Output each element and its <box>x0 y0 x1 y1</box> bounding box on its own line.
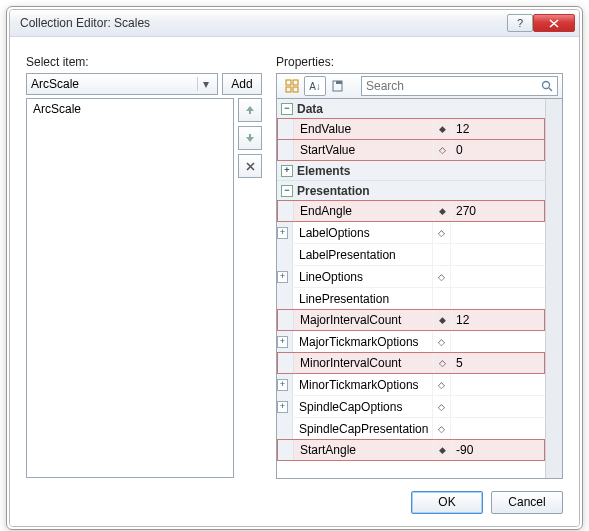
value-marker-icon: ◇ <box>433 418 451 439</box>
category-row[interactable]: −Data <box>277 99 545 119</box>
property-row[interactable]: SpindleCapPresentation◇ <box>277 418 545 440</box>
category-label: Elements <box>297 164 350 178</box>
search-icon <box>541 80 553 92</box>
property-name: MajorTickmarkOptions <box>293 331 433 352</box>
svg-rect-0 <box>286 80 291 85</box>
search-input[interactable] <box>366 79 541 93</box>
expand-icon[interactable]: + <box>277 271 288 283</box>
property-name: StartAngle <box>294 440 434 460</box>
property-row[interactable]: +MajorTickmarkOptions◇ <box>277 331 545 353</box>
property-value[interactable]: 12 <box>452 310 544 330</box>
move-down-button[interactable] <box>238 126 262 150</box>
right-panel: Properties: A↓ <box>276 55 563 479</box>
category-row[interactable]: +Elements <box>277 161 545 181</box>
property-row[interactable]: EndAngle◆270 <box>277 200 545 222</box>
search-field[interactable] <box>361 76 558 96</box>
property-row[interactable]: StartValue◇0 <box>277 139 545 161</box>
property-value[interactable] <box>451 331 545 352</box>
dialog: Collection Editor: Scales ? Select item:… <box>9 9 580 527</box>
delete-button[interactable] <box>238 154 262 178</box>
add-button[interactable]: Add <box>222 73 262 95</box>
svg-rect-1 <box>293 80 298 85</box>
help-button[interactable]: ? <box>507 14 533 32</box>
property-name: LabelOptions <box>293 222 433 243</box>
item-type-combo[interactable]: ArcScale ▾ <box>26 73 218 95</box>
window-outer: Collection Editor: Scales ? Select item:… <box>6 6 583 530</box>
property-value[interactable] <box>451 374 545 395</box>
row-gutter <box>277 244 293 265</box>
properties-toolbar: A↓ <box>276 73 563 99</box>
property-value[interactable] <box>451 288 545 309</box>
window-title: Collection Editor: Scales <box>20 16 504 30</box>
property-name: SpindleCapPresentation <box>293 418 433 439</box>
property-value[interactable] <box>451 396 545 417</box>
value-marker-icon <box>433 288 451 309</box>
property-value[interactable]: 270 <box>452 201 544 221</box>
property-row[interactable]: +MinorTickmarkOptions◇ <box>277 374 545 396</box>
property-row[interactable]: +LineOptions◇ <box>277 266 545 288</box>
property-value[interactable] <box>451 418 545 439</box>
chevron-down-icon: ▾ <box>197 77 213 91</box>
property-name: SpindleCapOptions <box>293 396 433 417</box>
svg-rect-2 <box>286 87 291 92</box>
property-value[interactable] <box>451 266 545 287</box>
expand-icon[interactable]: + <box>277 336 288 348</box>
scrollbar[interactable] <box>545 99 562 478</box>
move-up-button[interactable] <box>238 98 262 122</box>
categorized-icon <box>285 79 299 93</box>
property-value[interactable]: 12 <box>452 119 544 139</box>
wrench-icon <box>331 79 345 93</box>
category-row[interactable]: −Presentation <box>277 181 545 201</box>
reorder-buttons <box>238 98 262 478</box>
ok-button[interactable]: OK <box>411 491 483 514</box>
property-value[interactable] <box>451 222 545 243</box>
list-item[interactable]: ArcScale <box>31 101 229 117</box>
value-marker-icon <box>433 244 451 265</box>
sort-icon: A↓ <box>309 81 321 92</box>
property-name: StartValue <box>294 140 434 160</box>
row-gutter <box>278 119 294 139</box>
property-name: EndValue <box>294 119 434 139</box>
property-row[interactable]: StartAngle◆-90 <box>277 439 545 461</box>
property-row[interactable]: +SpindleCapOptions◇ <box>277 396 545 418</box>
property-name: MinorIntervalCount <box>294 353 434 373</box>
categorized-button[interactable] <box>281 76 303 96</box>
expand-icon[interactable]: + <box>277 227 288 239</box>
property-value[interactable]: 0 <box>452 140 544 160</box>
expand-icon[interactable]: + <box>277 401 288 413</box>
row-gutter: + <box>277 374 293 395</box>
property-row[interactable]: MinorIntervalCount◇5 <box>277 352 545 374</box>
collapse-icon: − <box>281 185 293 197</box>
arrow-up-icon <box>244 105 256 115</box>
property-value[interactable]: 5 <box>452 353 544 373</box>
property-grid[interactable]: −DataEndValue◆12StartValue◇0+Elements−Pr… <box>276 99 563 479</box>
value-marker-icon: ◇ <box>433 331 451 352</box>
value-marker-icon: ◇ <box>433 266 451 287</box>
dialog-body: Select item: ArcScale ▾ Add ArcScale <box>10 37 579 526</box>
titlebar: Collection Editor: Scales ? <box>10 10 579 37</box>
property-row[interactable]: +LabelOptions◇ <box>277 222 545 244</box>
delete-icon <box>245 161 256 172</box>
value-marker-icon: ◇ <box>434 140 452 160</box>
property-row[interactable]: LabelPresentation <box>277 244 545 266</box>
value-marker-icon: ◆ <box>434 119 452 139</box>
combo-value: ArcScale <box>31 77 197 91</box>
property-value[interactable] <box>451 244 545 265</box>
row-gutter <box>278 310 294 330</box>
property-row[interactable]: EndValue◆12 <box>277 118 545 140</box>
dialog-footer: OK Cancel <box>26 479 563 514</box>
property-pages-button[interactable] <box>327 76 349 96</box>
property-name: MajorIntervalCount <box>294 310 434 330</box>
expand-icon[interactable]: + <box>277 379 288 391</box>
property-row[interactable]: MajorIntervalCount◆12 <box>277 309 545 331</box>
svg-point-6 <box>543 82 550 89</box>
property-name: LineOptions <box>293 266 433 287</box>
row-gutter <box>278 140 294 160</box>
close-button[interactable] <box>533 14 575 32</box>
property-row[interactable]: LinePresentation <box>277 288 545 310</box>
property-value[interactable]: -90 <box>452 440 544 460</box>
items-listbox[interactable]: ArcScale <box>26 98 234 478</box>
cancel-button[interactable]: Cancel <box>491 491 563 514</box>
alphabetical-button[interactable]: A↓ <box>304 76 326 96</box>
value-marker-icon: ◆ <box>434 440 452 460</box>
